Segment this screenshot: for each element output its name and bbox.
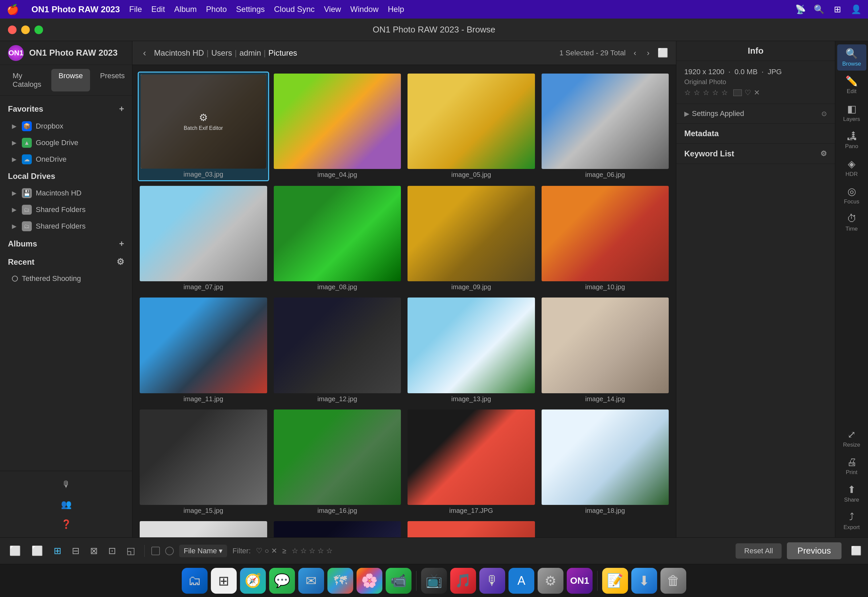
user-icon[interactable]: 👤 — [851, 4, 861, 15]
filter-heart-icon[interactable]: ♡ — [256, 547, 262, 555]
filter-circle[interactable] — [165, 547, 174, 555]
photo-cell-image11[interactable]: image_11.jpg — [138, 296, 269, 404]
menu-album[interactable]: Album — [174, 4, 197, 14]
close-button[interactable] — [8, 25, 16, 34]
photo-cell-image06[interactable]: image_06.jpg — [540, 71, 671, 181]
view-grid3-button[interactable]: ⊠ — [87, 544, 100, 558]
photo-cell-image10[interactable]: image_10.jpg — [540, 184, 671, 293]
photo-cell-image17[interactable]: image_17.JPG — [406, 407, 537, 517]
photo-cell-image16[interactable]: image_16.jpg — [272, 407, 403, 517]
keyword-gear-icon[interactable]: ⚙ — [820, 149, 827, 158]
filter-star4[interactable]: ☆ — [317, 547, 324, 555]
menu-window[interactable]: Window — [350, 4, 378, 14]
breadcrumb-pictures[interactable]: Pictures — [268, 48, 297, 58]
dock-notes[interactable]: 📝 — [602, 568, 628, 594]
sidebar-item-shared-2[interactable]: ▶ 🗂 Shared Folders — [0, 218, 132, 235]
batch-exif-overlay[interactable]: ⚙ Batch Exif Editor — [141, 74, 266, 169]
photo-grid[interactable]: ⚙ Batch Exif Editor image_03.jpg image_0… — [132, 65, 676, 538]
filter-star2[interactable]: ☆ — [300, 547, 307, 555]
favorites-add-button[interactable]: + — [119, 104, 124, 114]
control-center-icon[interactable]: ⊞ — [832, 4, 843, 15]
photo-cell-image15[interactable]: image_15.jpg — [138, 407, 269, 517]
keyword-list-section[interactable]: Keyword List ⚙ — [676, 144, 835, 164]
view-compare-button[interactable]: ⊡ — [106, 544, 118, 558]
rail-hdr[interactable]: ◈ HDR — [837, 155, 867, 181]
dock-messages[interactable]: 💬 — [269, 568, 295, 594]
star1[interactable]: ☆ — [684, 88, 691, 97]
sort-dropdown[interactable]: File Name ▾ — [179, 545, 227, 557]
filter-checkbox[interactable] — [151, 547, 160, 555]
breadcrumb-users[interactable]: Users — [211, 48, 232, 58]
filter-star1[interactable]: ☆ — [292, 547, 298, 555]
dock-podcasts[interactable]: 🎙 — [479, 568, 505, 594]
filter-color-icon[interactable]: ○ — [265, 547, 269, 555]
rail-browse[interactable]: 🔍 Browse — [837, 45, 867, 71]
dock-appletv[interactable]: 📺 — [421, 568, 447, 594]
star5[interactable]: ☆ — [721, 88, 728, 97]
support-icon[interactable]: 🎙 — [58, 476, 75, 493]
photo-cell-image14[interactable]: image_14.jpg — [540, 296, 671, 404]
tab-my-catalogs[interactable]: My Catalogs — [5, 69, 49, 91]
menu-edit[interactable]: Edit — [151, 4, 165, 14]
dock-system-settings[interactable]: ⚙ — [538, 568, 563, 594]
menu-photo[interactable]: Photo — [206, 4, 227, 14]
recent-options-button[interactable]: ⚙ — [117, 257, 124, 267]
sidebar-item-macintosh-hd[interactable]: ▶ 💾 Macintosh HD — [0, 185, 132, 201]
photo-cell-image07[interactable]: image_07.jpg — [138, 184, 269, 293]
tab-presets[interactable]: Presets — [93, 69, 132, 91]
view-mask-button[interactable]: ◱ — [124, 544, 138, 558]
view-filmstrip-button[interactable]: ⬜ — [29, 544, 46, 558]
metadata-section[interactable]: Metadata — [676, 123, 835, 144]
settings-applied-row[interactable]: ▶ Settings Applied ⊙ — [676, 104, 835, 123]
reset-all-button[interactable]: Reset All — [736, 544, 782, 558]
rail-share[interactable]: ⬆ Share — [837, 480, 867, 506]
dock-photos[interactable]: 🌸 — [357, 568, 382, 594]
photo-cell-image04[interactable]: image_04.jpg — [272, 71, 403, 181]
dock-safari[interactable]: 🧭 — [240, 568, 266, 594]
photo-cell-image21[interactable]: image_21.jpg — [406, 519, 537, 538]
heart-button[interactable]: ♡ — [745, 88, 751, 97]
tab-browse[interactable]: Browse — [51, 69, 90, 91]
maximize-button[interactable] — [34, 25, 43, 34]
star3[interactable]: ☆ — [703, 88, 710, 97]
dock-trash[interactable]: 🗑 — [661, 568, 686, 594]
photo-cell-image12[interactable]: image_12.jpg — [272, 296, 403, 404]
dock-finder[interactable]: 🗂 — [182, 568, 207, 594]
photo-cell-image08[interactable]: image_08.jpg — [272, 184, 403, 293]
folder-button[interactable]: ⬜ — [658, 48, 668, 58]
dock-on1[interactable]: ON1 — [567, 568, 592, 594]
filter-x-icon[interactable]: ✕ — [271, 547, 277, 555]
menu-file[interactable]: File — [129, 4, 142, 14]
photo-cell-image19[interactable]: image_19.jpg — [138, 519, 269, 538]
photo-cell-image18[interactable]: image_18.jpg — [540, 407, 671, 517]
rail-pano[interactable]: 🏞 Pano — [837, 127, 867, 153]
menu-view[interactable]: View — [324, 4, 341, 14]
dock-mail[interactable]: ✉ — [298, 568, 324, 594]
view-single-button[interactable]: ⬜ — [7, 544, 24, 558]
users-icon[interactable]: 👥 — [58, 496, 75, 513]
rail-print[interactable]: 🖨 Print — [837, 453, 867, 479]
rail-edit[interactable]: ✏️ Edit — [837, 72, 867, 98]
sidebar-item-dropbox[interactable]: ▶ 📦 Dropbox — [0, 118, 132, 135]
menu-cloud-sync[interactable]: Cloud Sync — [274, 4, 315, 14]
sidebar-item-gdrive[interactable]: ▶ ▲ Google Drive — [0, 135, 132, 151]
photo-cell-image05[interactable]: image_05.jpg — [406, 71, 537, 181]
view-grid-button[interactable]: ⊞ — [51, 544, 64, 558]
view-grid2-button[interactable]: ⊟ — [69, 544, 82, 558]
rail-resize[interactable]: ⤢ Resize — [837, 425, 867, 451]
app-name-menu[interactable]: ON1 Photo RAW 2023 — [31, 4, 120, 15]
recent-item-tethered[interactable]: Tethered Shooting — [0, 271, 132, 286]
breadcrumb-admin[interactable]: admin — [239, 48, 261, 58]
minimize-button[interactable] — [21, 25, 30, 34]
star2[interactable]: ☆ — [693, 88, 700, 97]
menu-settings[interactable]: Settings — [236, 4, 265, 14]
dock-launchpad[interactable]: ⊞ — [211, 568, 237, 594]
dock-downloads[interactable]: ⬇ — [631, 568, 657, 594]
prev-photo-button[interactable]: ‹ — [631, 47, 639, 59]
notification-icon[interactable]: 📡 — [795, 4, 806, 15]
apple-menu[interactable]: 🍎 — [7, 4, 19, 15]
rail-export[interactable]: ⤴ Export — [837, 508, 867, 534]
albums-add-button[interactable]: + — [119, 239, 124, 249]
help-icon[interactable]: ❓ — [58, 515, 75, 533]
rail-layers[interactable]: ◧ Layers — [837, 100, 867, 126]
